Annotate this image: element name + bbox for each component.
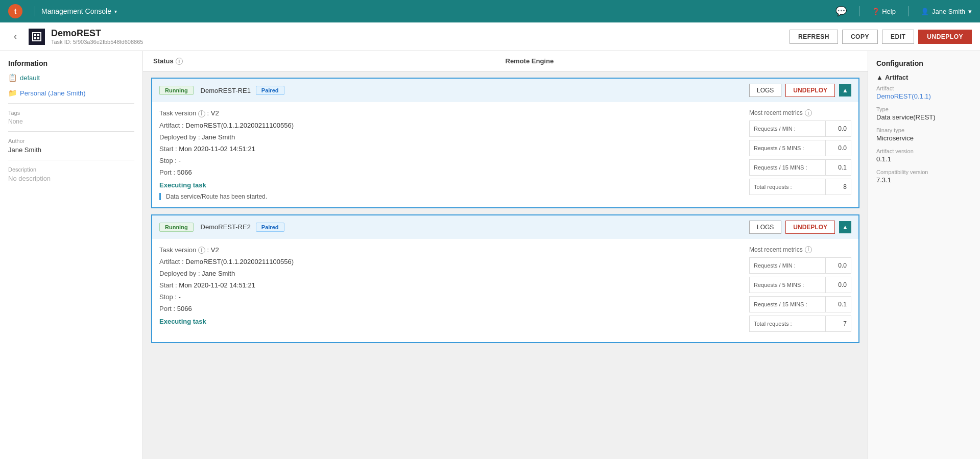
- sidebar-divider2: [8, 131, 134, 132]
- deployment-card-re2: Running DemoREST-RE2 Paired LOGS UNDEPLO…: [151, 214, 859, 343]
- undeploy-sm-button-re1[interactable]: UNDEPLOY: [785, 84, 835, 97]
- collapse-button-re2[interactable]: ▲: [839, 221, 851, 233]
- deployment-header-re1: Running DemoREST-RE1 Paired LOGS UNDEPLO…: [152, 79, 858, 102]
- user-menu[interactable]: 👤 Jane Smith ▾: [921, 8, 972, 15]
- task-version-info-icon-re1[interactable]: i: [198, 110, 205, 117]
- stop-value-re1: -: [179, 157, 181, 164]
- task-icon-inner: [32, 32, 41, 41]
- metrics-info-icon-re1[interactable]: i: [805, 109, 812, 116]
- chat-icon[interactable]: 💬: [835, 6, 847, 17]
- status-info-icon[interactable]: i: [176, 58, 183, 65]
- help-label: Help: [882, 8, 896, 15]
- svg-rect-2: [34, 37, 36, 39]
- nav-divider3: [908, 6, 909, 16]
- start-row-re2: Start : Mon 2020-11-02 14:51:21: [159, 281, 739, 289]
- refresh-button[interactable]: REFRESH: [790, 30, 838, 44]
- logs-button-re2[interactable]: LOGS: [749, 221, 781, 234]
- artifact-version-field: Artifact version 0.1.1: [876, 148, 972, 163]
- author-label: Author: [8, 138, 134, 144]
- sidebar-item-default[interactable]: 📋 default: [8, 71, 134, 84]
- artifact-value-re2: DemoREST(0.1.1.20200211100556): [185, 258, 294, 265]
- deployment-info-re1: Task version i : V2 Artifact : DemoREST(…: [159, 109, 739, 200]
- metrics-info-icon-re2[interactable]: i: [805, 246, 812, 253]
- main-content: Status i Remote Engine Running DemoREST-…: [143, 51, 868, 459]
- type-field: Type Data service(REST): [876, 106, 972, 121]
- artifact-section-header[interactable]: ▲ Artifact: [876, 74, 972, 81]
- artifact-label-re2: Artifact :: [159, 258, 185, 265]
- undeploy-sm-button-re2[interactable]: UNDEPLOY: [785, 221, 835, 234]
- task-version-label-re2: Task version: [159, 246, 198, 254]
- deployment-info-re2: Task version i : V2 Artifact : DemoREST(…: [159, 246, 739, 335]
- compatibility-version-field-label: Compatibility version: [876, 169, 972, 175]
- metric-label-re1-2: Requests / 15 MINS :: [750, 164, 825, 171]
- logo-icon: t: [8, 4, 22, 18]
- task-version-label-re1: Task version: [159, 109, 198, 117]
- top-nav: t Management Console ▾ 💬 ❓ Help 👤 Jane S…: [0, 0, 980, 22]
- task-version-separator-re2: :: [207, 246, 211, 254]
- type-field-label: Type: [876, 106, 972, 112]
- author-value: Jane Smith: [8, 146, 134, 154]
- metric-label-re1-0: Requests / MIN :: [750, 126, 825, 132]
- undeploy-button[interactable]: UNDEPLOY: [918, 30, 972, 44]
- copy-button[interactable]: COPY: [842, 30, 878, 44]
- remote-engine-label: Remote Engine: [506, 57, 554, 65]
- port-row-re1: Port : 5066: [159, 168, 739, 176]
- deployed-by-value-re1: Jane Smith: [202, 133, 235, 141]
- help-button[interactable]: ❓ Help: [872, 8, 896, 15]
- port-label-re1: Port :: [159, 168, 177, 176]
- personal-item[interactable]: 📁 Personal (Jane Smith): [8, 89, 134, 97]
- edit-button[interactable]: EDIT: [882, 30, 914, 44]
- console-name[interactable]: Management Console ▾: [41, 7, 117, 15]
- information-title: Information: [8, 59, 134, 67]
- start-label-re1: Start :: [159, 145, 179, 153]
- personal-label[interactable]: Personal (Jane Smith): [20, 89, 86, 97]
- binary-type-field-value: Microservice: [876, 134, 972, 142]
- compatibility-version-field: Compatibility version 7.3.1: [876, 169, 972, 184]
- deployment-actions-re1: LOGS UNDEPLOY ▲: [749, 84, 851, 97]
- metric-row-re2-1: Requests / 5 MINS : 0.0: [749, 277, 851, 293]
- default-link[interactable]: default: [20, 74, 40, 82]
- user-chevron-icon: ▾: [968, 8, 972, 15]
- back-button[interactable]: ‹: [8, 30, 22, 44]
- artifact-field: Artifact DemoREST(0.1.1): [876, 85, 972, 100]
- artifact-field-value[interactable]: DemoREST(0.1.1): [876, 92, 931, 100]
- sidebar-divider1: [8, 103, 134, 104]
- executing-task-re2[interactable]: Executing task: [159, 318, 739, 325]
- svg-rect-0: [34, 34, 36, 36]
- logs-button-re1[interactable]: LOGS: [749, 84, 781, 97]
- deployed-by-row-re2: Deployed by : Jane Smith: [159, 270, 739, 277]
- task-version-value-re1: V2: [211, 109, 219, 117]
- port-value-re1: 5066: [177, 168, 192, 176]
- deployment-card-re1: Running DemoREST-RE1 Paired LOGS UNDEPLO…: [151, 78, 859, 208]
- engine-name-re1: DemoREST-RE1: [201, 87, 251, 94]
- metrics-label-re2: Most recent metrics: [749, 246, 803, 253]
- sub-header: ‹ DemoREST Task ID: 5f903a36e2fbb548fd60…: [0, 22, 980, 51]
- metric-value-re2-2: 0.1: [825, 297, 851, 312]
- configuration-title: Configuration: [876, 59, 972, 67]
- tags-value: None: [8, 118, 134, 125]
- metric-value-re2-1: 0.0: [825, 277, 851, 293]
- help-icon: ❓: [872, 8, 880, 15]
- collapse-button-re1[interactable]: ▲: [839, 84, 851, 96]
- deployment-actions-re2: LOGS UNDEPLOY ▲: [749, 221, 851, 234]
- log-entry-re1: Data service/Route has been started.: [159, 193, 739, 200]
- port-label-re2: Port :: [159, 305, 177, 312]
- metric-label-re1-1: Requests / 5 MINS :: [750, 145, 825, 151]
- metric-value-re1-3: 8: [825, 179, 851, 195]
- metric-label-re2-2: Requests / 15 MINS :: [750, 301, 825, 307]
- artifact-value-re1: DemoREST(0.1.1.20200211100556): [185, 122, 294, 129]
- task-version-info-icon-re2[interactable]: i: [198, 247, 205, 254]
- remote-engine-col-header: Remote Engine: [506, 57, 858, 65]
- sidebar-left: Information 📋 default 📁 Personal (Jane S…: [0, 51, 143, 459]
- metric-row-re2-3: Total requests : 7: [749, 316, 851, 332]
- type-field-value: Data service(REST): [876, 113, 972, 121]
- metric-row-re1-0: Requests / MIN : 0.0: [749, 120, 851, 137]
- description-value: No description: [8, 175, 134, 182]
- sub-header-buttons: REFRESH COPY EDIT UNDEPLOY: [790, 30, 972, 44]
- status-badge-re2: Running: [159, 223, 194, 232]
- sidebar-divider3: [8, 160, 134, 160]
- list-icon: 📋: [8, 74, 17, 82]
- port-row-re2: Port : 5066: [159, 305, 739, 312]
- executing-task-re1[interactable]: Executing task: [159, 181, 739, 189]
- svg-rect-3: [37, 37, 39, 39]
